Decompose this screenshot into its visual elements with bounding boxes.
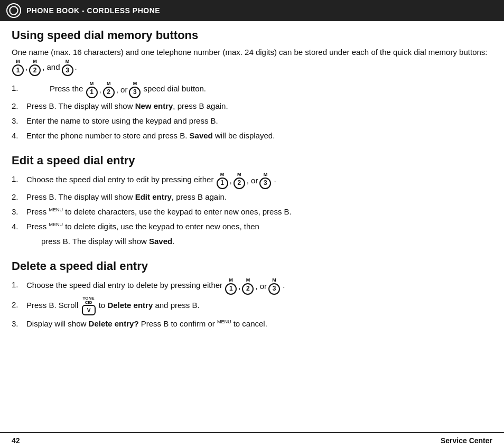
section1-heading: Using speed dial memory buttons [12, 29, 492, 42]
section-delete-speed-dial: Delete a speed dial entry 1. Choose the … [12, 254, 492, 337]
step-3-3: 3. Display will show Delete entry? Press… [12, 318, 492, 330]
step-3-1: 1. Choose the speed dial entry to delete… [12, 277, 492, 294]
footer-service-center: Service Center [441, 436, 492, 445]
section1-intro: One name (max. 16 characters) and one te… [12, 46, 492, 76]
dial-btn-1-s3: M 1 [225, 278, 237, 295]
dial-btn-3-s2: M 3 [259, 172, 271, 189]
step-1-2: 2. Press B. The display will show New en… [12, 100, 492, 113]
step-2-4: 4. Press MENU to delete digits, use the … [12, 220, 492, 233]
section2-heading: Edit a speed dial entry [12, 154, 492, 167]
footer-page-number: 42 [12, 436, 20, 445]
dial-btn-2-intro: M 2 [29, 59, 41, 76]
svg-point-0 [7, 4, 21, 17]
dial-btn-1-s2: M 1 [217, 172, 228, 189]
header-title: Phone Book - Cordless Phone [26, 6, 160, 15]
delete-dial-buttons: M 1 , M 2 , or M 3 [225, 278, 281, 295]
dial-btn-2-s1: M 2 [103, 81, 115, 98]
step-2-1: 1. Choose the speed dial entry to edit b… [12, 172, 492, 189]
dial-btn-2-s3: M 2 [242, 278, 254, 295]
main-content: Using speed dial memory buttons One name… [0, 21, 504, 432]
tone-cid-button: TONE CID ∨ [82, 296, 96, 315]
dial-btn-2-s2: M 2 [234, 172, 245, 189]
edit-dial-buttons: M 1 , M 2 , or M 3 [216, 172, 272, 189]
header-bar: Phone Book - Cordless Phone [0, 0, 504, 21]
step-1-3: 3. Enter the name to store using the key… [12, 115, 492, 127]
section-using-speed-dial: Using speed dial memory buttons One name… [12, 29, 492, 148]
section3-steps: 1. Choose the speed dial entry to delete… [12, 277, 492, 330]
step-1-4: 4. Enter the phone number to store and p… [12, 129, 492, 142]
dial-btn-3-intro: M 3 [62, 59, 73, 76]
section3-heading: Delete a speed dial entry [12, 259, 492, 273]
step-1-1: 1. Press the M 1 , M 2 [12, 81, 492, 98]
phone-book-icon [6, 3, 21, 18]
step-2-2: 2. Press B. The display will show Edit e… [12, 191, 492, 203]
section2-steps: 1. Choose the speed dial entry to edit b… [12, 172, 492, 248]
step1-1-content: Press the M 1 , M 2 , or [26, 81, 206, 98]
step-2-4b: press B. The display will show Saved. [12, 235, 492, 248]
section1-steps: 1. Press the M 1 , M 2 [12, 81, 492, 142]
step-2-3: 3. Press MENU to delete characters, use … [12, 206, 492, 218]
page: Phone Book - Cordless Phone Using speed … [0, 0, 504, 448]
dial-btn-3-s3: M 3 [268, 278, 280, 295]
footer: 42 Service Center [0, 432, 504, 448]
intro-dial-buttons: M 1 , M 2 , and M 3 . [12, 59, 77, 76]
svg-point-1 [10, 6, 18, 15]
dial-btn-3-s1: M 3 [129, 81, 141, 98]
dial-btn-1-s1: M 1 [86, 81, 98, 98]
step1-dial-buttons: M 1 , M 2 , or M 3 [86, 81, 142, 98]
step-3-2: 2. Press B. Scroll TONE CID ∨ to Delete … [12, 296, 492, 315]
section-edit-speed-dial: Edit a speed dial entry 1. Choose the sp… [12, 148, 492, 254]
dial-btn-1-intro: M 1 [12, 59, 24, 76]
